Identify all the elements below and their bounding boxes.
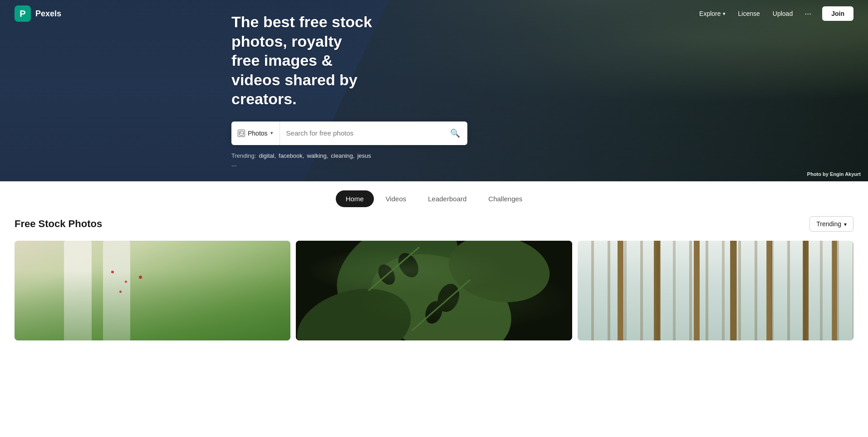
section-header: Free Stock Photos Trending [15,216,853,232]
photo-card-1-image [15,241,290,340]
tabs-bar: Home Videos Leaderboard Challenges [0,181,868,216]
search-type-label: Photos [248,130,268,137]
tab-challenges[interactable]: Challenges [478,190,532,207]
svg-point-9 [422,299,446,326]
trending-item-facebook[interactable]: facebook, [279,152,304,159]
svg-point-4 [296,277,419,340]
svg-rect-15 [730,241,736,340]
search-icon: 🔍 [450,129,460,138]
tab-videos-label: Videos [386,195,407,203]
nav-explore-label: Explore [699,10,721,17]
svg-rect-18 [832,241,837,340]
trending-item-walking[interactable]: walking, [307,152,328,159]
tab-leaderboard-label: Leaderboard [428,195,466,203]
navbar-links: Explore ▾ License Upload ··· Join [695,6,853,21]
svg-rect-14 [694,241,700,340]
section-title: Free Stock Photos [15,218,102,230]
tab-home-label: Home [346,195,364,203]
svg-point-3 [357,241,525,340]
svg-point-7 [375,262,399,288]
nav-more-button[interactable]: ··· [801,6,815,21]
nav-license-button[interactable]: License [734,7,765,20]
trending-row: Trending: digital, facebook, walking, cl… [231,152,372,169]
nav-dots-label: ··· [804,9,811,18]
photo-card-1[interactable] [15,241,290,340]
image-type-icon [238,130,245,137]
svg-point-6 [394,249,422,281]
hero-section: The best free stock photos, royalty free… [0,0,868,181]
trending-more-button[interactable]: ··· [231,162,237,169]
logo-text: Pexels [35,9,61,19]
sort-dropdown-chevron [844,220,847,228]
svg-point-8 [434,281,463,315]
photo-card-3-image [578,241,853,340]
nav-license-label: License [738,10,760,17]
photo-credit-prefix: Photo by [807,171,830,177]
svg-line-11 [412,280,470,330]
logo-icon: P [15,5,31,22]
trending-item-cleaning[interactable]: cleaning, [331,152,354,159]
photo-credit: Photo by Engin Akyurt [807,171,861,177]
tab-videos[interactable]: Videos [376,190,417,207]
search-input[interactable] [280,129,443,137]
search-submit-button[interactable]: 🔍 [443,121,467,145]
tab-challenges-label: Challenges [488,195,522,203]
sort-dropdown-button[interactable]: Trending [809,216,853,232]
search-type-chevron: ▾ [270,130,273,136]
photo-card-2[interactable] [296,241,572,340]
logo-link[interactable]: P Pexels [15,5,61,22]
trending-item-digital[interactable]: digital, [259,152,276,159]
nav-join-label: Join [831,10,844,17]
nav-join-button[interactable]: Join [822,6,853,21]
tab-home[interactable]: Home [336,190,374,207]
tab-leaderboard[interactable]: Leaderboard [418,190,476,207]
photo-card-2-image [296,241,572,340]
search-bar: Photos ▾ 🔍 [231,121,467,145]
search-type-button[interactable]: Photos ▾ [231,121,280,145]
svg-point-2 [319,241,476,339]
chevron-down-icon: ▾ [723,11,726,17]
svg-rect-13 [654,241,660,340]
nav-upload-button[interactable]: Upload [768,7,797,20]
svg-rect-17 [803,241,809,340]
content-area: Free Stock Photos Trending [0,216,868,359]
svg-rect-16 [766,241,772,340]
photo-grid [15,241,853,359]
hero-content: The best free stock photos, royalty free… [0,0,372,181]
navbar: P Pexels Explore ▾ License Upload ··· Jo… [0,0,868,27]
svg-rect-0 [240,131,244,135]
nav-upload-label: Upload [773,10,793,17]
trending-label: Trending: [231,152,256,159]
svg-rect-12 [618,241,623,340]
trending-item-jesus[interactable]: jesus [357,152,371,159]
nav-explore-button[interactable]: Explore ▾ [695,7,730,20]
svg-point-5 [444,241,555,310]
photo-card-3[interactable] [578,241,853,340]
sort-dropdown-label: Trending [816,220,841,228]
photo-credit-author: Engin Akyurt [830,171,861,177]
svg-line-10 [368,247,419,291]
